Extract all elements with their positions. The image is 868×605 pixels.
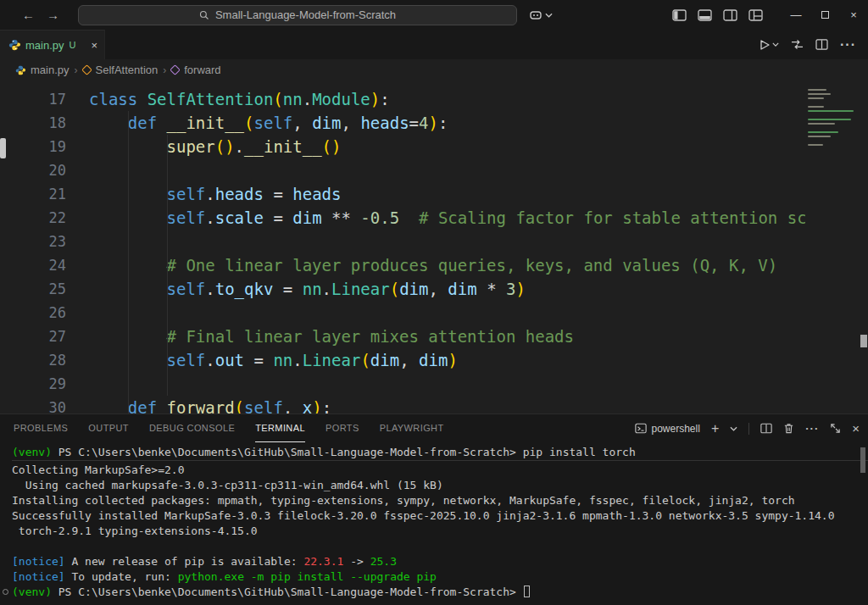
code-token: Linear [331,280,390,298]
command-decoration-icon[interactable] [3,589,8,595]
panel-tab-playwright[interactable]: PLAYWRIGHT [380,415,444,442]
new-terminal-button[interactable]: + [711,421,719,436]
terminal-dropdown-icon[interactable] [730,426,737,431]
code-text: def __init__(self, dim, heads=4): [89,111,448,135]
terminal-line[interactable]: Collecting MarkupSafe>=2.0 [12,463,868,478]
breadcrumb-file[interactable]: main.py [31,64,70,76]
minimap-line [808,144,823,146]
line-number[interactable]: 21 [0,182,76,206]
more-actions-icon[interactable]: ··· [840,37,856,53]
terminal-line[interactable]: Installing collected packages: mpmath, t… [12,493,868,508]
editor-tab-bar: main.py U × ··· [0,30,868,59]
line-number[interactable]: 26 [0,301,76,325]
line-number[interactable]: 27 [0,325,76,348]
toggle-panel-icon[interactable] [698,9,712,21]
close-button[interactable]: × [839,0,868,30]
code-token: 4 [419,114,428,132]
scrollbar-thumb[interactable] [860,335,867,347]
line-number[interactable]: 23 [0,230,76,253]
panel-tab-ports[interactable]: PORTS [326,415,359,442]
line-number[interactable]: 30 [0,396,76,414]
minimize-button[interactable]: — [782,0,810,30]
code-token: self [244,398,283,414]
code-editor[interactable]: 1617class SelfAttention(nn.Module):18 de… [0,80,868,414]
terminal-line[interactable]: Using cached markupsafe-3.0.3-cp311-cp31… [12,478,868,493]
terminal-output[interactable]: (venv) PS C:\Users\benke\Documents\GitHu… [0,442,868,605]
code-line-19[interactable]: 19 super().__init__() [0,135,868,158]
panel-tab-output[interactable]: OUTPUT [88,415,129,442]
open-changes-icon[interactable] [791,39,804,50]
kill-terminal-trash-icon[interactable] [783,423,794,434]
code-token: ) [448,351,457,369]
copilot-button[interactable] [529,9,553,21]
panel-tab-debug-console[interactable]: DEBUG CONSOLE [149,415,235,442]
line-number[interactable]: 18 [0,111,76,135]
python-file-icon [8,39,20,51]
code-token: ) [515,280,525,298]
run-python-file-button[interactable] [759,39,779,51]
line-number[interactable]: 20 [0,158,76,182]
editor-scrollbar[interactable] [860,80,868,414]
code-line-18[interactable]: 18 def __init__(self, dim, heads=4): [0,111,868,135]
forward-arrow-icon[interactable]: → [47,0,59,30]
code-token: . [235,137,244,156]
terminal-line[interactable]: [notice] A new release of pip is availab… [12,554,868,569]
python-file-icon [15,65,25,75]
code-line-25[interactable]: 25 self.to_qkv = nn.Linear(dim, dim * 3) [0,277,868,301]
code-token: = [409,114,419,132]
line-number[interactable]: 24 [0,253,76,277]
line-number[interactable]: 22 [0,206,76,230]
panel-more-actions-icon[interactable]: ··· [805,422,819,435]
code-token: super [167,137,215,156]
terminal-instance-chip[interactable]: powershell [635,423,700,435]
code-line-16[interactable]: 16 [0,80,868,87]
line-number[interactable]: 29 [0,372,76,396]
code-token: , [428,280,448,298]
back-arrow-icon[interactable]: ← [22,0,35,30]
terminal-sticky-command[interactable]: (venv) PS C:\Users\benke\Documents\GitHu… [12,445,868,461]
code-line-27[interactable]: 27 # Final linear layer mixes attention … [0,325,868,348]
line-number[interactable]: 16 [0,80,76,87]
line-number[interactable]: 17 [0,87,76,111]
code-token: dim [399,280,428,298]
maximize-button[interactable] [810,0,839,30]
code-line-26[interactable]: 26 [0,301,868,325]
code-line-23[interactable]: 23 [0,230,868,253]
toggle-primary-sidebar-icon[interactable] [672,9,687,21]
panel-tab-terminal[interactable]: TERMINAL [255,415,305,442]
command-center-search[interactable]: Small-Language-Model-from-Scratch [78,5,517,25]
code-token: dim [448,280,476,298]
terminal-line[interactable]: [notice] To update, run: python.exe -m p… [12,569,868,585]
maximize-panel-icon[interactable] [830,423,841,434]
code-line-28[interactable]: 28 self.out = nn.Linear(dim, dim) [0,348,868,372]
terminal-line[interactable] [12,539,868,554]
breadcrumb-class[interactable]: SelfAttention [96,64,159,76]
code-line-24[interactable]: 24 # One linear layer produces queries, … [0,253,868,277]
terminal-line[interactable]: Successfully installed MarkupSafe-3.0.3 … [12,508,868,524]
code-line-29[interactable]: 29 [0,372,868,396]
toggle-secondary-sidebar-icon[interactable] [723,9,737,21]
code-line-30[interactable]: 30 def forward(self, x): [0,396,868,414]
split-terminal-icon[interactable] [760,423,772,434]
code-line-20[interactable]: 20 [0,158,868,182]
tab-close-icon[interactable]: × [91,39,97,52]
terminal-line[interactable]: torch-2.9.1 typing-extensions-4.15.0 [12,524,868,539]
terminal-scrollbar-thumb[interactable] [860,447,865,473]
line-number[interactable]: 19 [0,135,76,158]
minimap[interactable] [805,80,860,414]
tab-main-py[interactable]: main.py U × [0,30,105,59]
split-editor-icon[interactable] [815,39,828,50]
code-token: = [264,185,292,203]
terminal-line[interactable]: (venv) PS C:\Users\benke\Documents\GitHu… [12,585,868,600]
title-bar: ← → Small-Language-Model-from-Scratch [0,0,868,30]
line-number[interactable]: 28 [0,348,76,372]
customize-layout-icon[interactable] [748,9,763,21]
panel-tab-problems[interactable]: PROBLEMS [14,415,68,442]
terminal-token: -> [343,555,370,568]
code-line-17[interactable]: 17class SelfAttention(nn.Module): [0,87,868,111]
code-line-22[interactable]: 22 self.scale = dim ** -0.5 # Scaling fa… [0,206,868,230]
breadcrumb-method[interactable]: forward [184,64,220,76]
close-panel-icon[interactable]: × [852,421,860,436]
line-number[interactable]: 25 [0,277,76,301]
code-line-21[interactable]: 21 self.heads = heads [0,182,868,206]
